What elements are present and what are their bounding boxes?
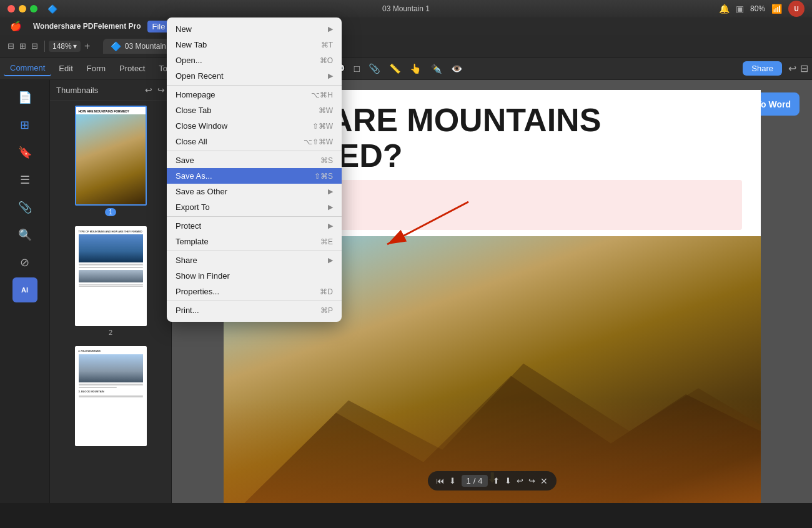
page-1-badge: 1 <box>105 208 116 216</box>
maximize-button[interactable] <box>30 5 37 12</box>
layout-icon2[interactable]: ⊟ <box>31 41 38 51</box>
annotation-toolbar: Comment Edit Form Protect Tools Batch ▾ … <box>0 57 812 80</box>
rotate-left-icon[interactable]: ↩ <box>145 85 152 95</box>
menu-item-protect[interactable]: Protect ▶ <box>167 218 342 234</box>
sidebar-search-icon[interactable]: 🔍 <box>12 222 37 247</box>
user-avatar[interactable]: U <box>788 1 805 17</box>
next-page-icon[interactable]: ⬆ <box>493 476 500 486</box>
page-navigation: ⏮ ⬇ 1 / 4 ⬆ ⬇ ↩ ↪ ✕ <box>427 471 556 491</box>
eye-icon[interactable]: 👁️ <box>447 61 467 77</box>
thumbnail-img-2: TYPE OF MOUNTAINS AND HOW ARE THEY FORME… <box>75 226 147 326</box>
menu-item-print[interactable]: Print... ⌘P <box>167 302 342 318</box>
attachment-icon[interactable]: 📎 <box>365 61 384 77</box>
sidebar: 📄 ⊞ 🔖 ☰ 📎 🔍 ⊘ AI <box>0 80 50 503</box>
total-pages: 4 <box>478 476 482 486</box>
app-icon: 🔷 <box>47 4 57 14</box>
menu-item-homepage[interactable]: Homepage ⌥⌘H <box>167 87 342 102</box>
thumbnail-page-1[interactable]: HOW ARE MOUNTAINS FORMED? 1 <box>50 101 171 221</box>
thumbnail-page-2[interactable]: TYPE OF MOUNTAINS AND HOW ARE THEY FORME… <box>50 221 171 341</box>
file-dropdown-menu: New ▶ New Tab ⌘T Open... ⌘O Open Recent … <box>167 17 342 322</box>
page-separator: / <box>473 476 476 486</box>
thumbnail-img-1: HOW ARE MOUNTAINS FORMED? <box>75 106 147 206</box>
menu-item-save-as-other[interactable]: Save as Other ▶ <box>167 184 342 199</box>
page-number-display[interactable]: 1 / 4 <box>461 475 487 487</box>
thumbnails-label: Thumbnails <box>56 86 98 95</box>
menu-item-show-in-finder[interactable]: Show in Finder <box>167 268 342 284</box>
battery-label: 80% <box>750 4 765 13</box>
first-page-icon[interactable]: ⏮ <box>436 476 444 486</box>
ruler-icon[interactable]: 📏 <box>385 61 405 77</box>
title-bar: 🔷 03 Mountain 1 🔔 ▣ 80% 📶 U <box>0 0 812 17</box>
dropdown-container: New ▶ New Tab ⌘T Open... ⌘O Open Recent … <box>167 17 342 322</box>
traffic-lights <box>7 5 37 12</box>
sidebar-layers-icon[interactable]: ⊘ <box>12 250 37 275</box>
menu-item-close-tab[interactable]: Close Tab ⌘W <box>167 102 342 118</box>
sidebar-ai-icon[interactable]: AI <box>12 277 37 302</box>
wifi-icon: 📶 <box>771 4 782 14</box>
last-page-icon[interactable]: ⬇ <box>505 476 512 486</box>
tab-edit[interactable]: Edit <box>52 61 79 76</box>
layout-panel-icon[interactable]: ⊟ <box>800 62 808 74</box>
sidebar-toggle-icon[interactable]: ⊟ <box>7 41 14 51</box>
grid-view-icon[interactable]: ⊞ <box>19 41 26 51</box>
menu-item-open-recent[interactable]: Open Recent ▶ <box>167 68 342 84</box>
sidebar-page-icon[interactable]: 📄 <box>12 85 37 110</box>
tab-bar: ⊟ ⊞ ⊟ 148% ▾ + 🔷 03 Mountain 1 <box>0 35 812 57</box>
menu-item-new[interactable]: New ▶ <box>167 21 342 37</box>
rotate-right-icon[interactable]: ↪ <box>157 85 165 95</box>
menu-item-close-all[interactable]: Close All ⌥⇧⌘W <box>167 134 342 149</box>
layout-icon[interactable]: ▣ <box>736 4 744 14</box>
tab-icon: 🔷 <box>111 41 121 51</box>
zoom-control[interactable]: 148% ▾ <box>49 41 81 52</box>
close-nav-icon[interactable]: ✕ <box>540 476 548 486</box>
menu-item-close-window[interactable]: Close Window ⇧⌘W <box>167 118 342 134</box>
main-area: 📄 ⊞ 🔖 ☰ 📎 🔍 ⊘ AI Thumbnails ↩ ↪ HOW ARE … <box>0 80 812 503</box>
undo-icon[interactable]: ↩ <box>788 62 796 74</box>
redo-page-icon[interactable]: ↪ <box>528 476 535 486</box>
menu-item-properties[interactable]: Properties... ⌘D <box>167 284 342 299</box>
thumbnails-header: Thumbnails ↩ ↪ <box>50 80 171 101</box>
menu-item-save[interactable]: Save ⌘S <box>167 152 342 168</box>
zoom-add-icon[interactable]: + <box>81 39 94 53</box>
zoom-chevron: ▾ <box>73 42 77 51</box>
zoom-label: 148% <box>52 42 72 51</box>
current-page: 1 <box>466 476 470 486</box>
thumbnail-img-3: 2. FOLD MOUNTAINS 3. BLOCK MOUNTAIN <box>75 346 147 446</box>
sidebar-bookmark-icon[interactable]: 🔖 <box>12 140 37 165</box>
menu-item-new-tab[interactable]: New Tab ⌘T <box>167 37 342 52</box>
menu-item-share[interactable]: Share ▶ <box>167 252 342 268</box>
sidebar-thumbnails-icon[interactable]: ⊞ <box>12 112 37 137</box>
menu-item-template[interactable]: Template ⌘E <box>167 234 342 249</box>
menu-item-export-to[interactable]: Export To ▶ <box>167 199 342 215</box>
tab-protect[interactable]: Protect <box>113 61 151 76</box>
page-2-label: 2 <box>109 329 112 336</box>
tab-form[interactable]: Form <box>81 61 112 76</box>
share-button[interactable]: Share <box>743 61 782 76</box>
menu-bar: 🍎 Wondershare PDFelement Pro File Edit V… <box>0 17 812 35</box>
prev-page-icon[interactable]: ⬇ <box>449 476 456 486</box>
minimize-button[interactable] <box>19 5 26 12</box>
thumbnail-page-3[interactable]: 2. FOLD MOUNTAINS 3. BLOCK MOUNTAIN <box>50 341 171 454</box>
app-name-menu[interactable]: Wondershare PDFelement Pro <box>28 21 146 32</box>
tab-label: 03 Mountain 1 <box>125 42 172 51</box>
undo-page-icon[interactable]: ↩ <box>517 476 523 486</box>
menu-item-open[interactable]: Open... ⌘O <box>167 52 342 68</box>
thumbnails-panel: Thumbnails ↩ ↪ HOW ARE MOUNTAINS FORMED?… <box>50 80 172 503</box>
close-button[interactable] <box>7 5 15 12</box>
stamp-icon[interactable]: 👆 <box>406 61 425 77</box>
tab-comment[interactable]: Comment <box>4 61 51 76</box>
sidebar-attachment-icon[interactable]: 📎 <box>12 195 37 220</box>
sidebar-comment-icon[interactable]: ☰ <box>12 167 37 192</box>
shape-icon[interactable]: □ <box>350 61 364 76</box>
menu-item-save-as[interactable]: Save As... ⇧⌘S <box>167 168 342 184</box>
document-title: 03 Mountain 1 <box>382 4 430 13</box>
pen-icon[interactable]: ✒️ <box>427 61 446 77</box>
apple-menu[interactable]: 🍎 <box>5 19 27 33</box>
notification-icon[interactable]: 🔔 <box>719 4 730 14</box>
